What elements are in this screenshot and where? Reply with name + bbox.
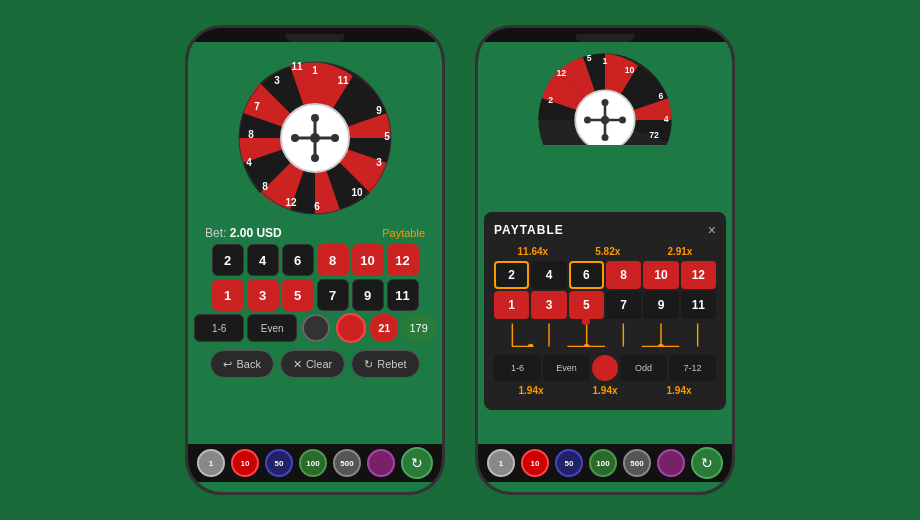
bottom-options-row: 1-6 Even 21 179 xyxy=(194,314,436,342)
option-179[interactable]: 179 xyxy=(401,314,435,342)
bet-info: Bet: 2.00 USD Paytable xyxy=(205,226,425,240)
chip-black[interactable] xyxy=(302,314,330,342)
pb-7-12[interactable]: 7-12 xyxy=(669,355,716,381)
cell-12[interactable]: 12 xyxy=(387,244,419,276)
paytable-link-left[interactable]: Paytable xyxy=(382,227,425,239)
pt-cell-1[interactable]: 1 xyxy=(494,291,529,319)
option-even[interactable]: Even xyxy=(247,314,297,342)
clear-button[interactable]: ✕ Clear xyxy=(280,350,345,378)
cell-1[interactable]: 1 xyxy=(212,279,244,311)
pt-cell-5[interactable]: 5 xyxy=(569,291,604,319)
svg-text:1: 1 xyxy=(312,65,318,76)
cell-5[interactable]: 5 xyxy=(282,279,314,311)
paytable-header: PAYTABLE × xyxy=(494,222,716,238)
svg-point-56 xyxy=(658,344,664,347)
cell-11[interactable]: 11 xyxy=(387,279,419,311)
svg-text:12: 12 xyxy=(556,68,566,78)
cell-4[interactable]: 4 xyxy=(247,244,279,276)
paytable-mults-bottom: 1.94x 1.94x 1.94x xyxy=(494,385,716,396)
paytable-close-button[interactable]: × xyxy=(708,222,716,238)
rebet-icon: ↻ xyxy=(364,358,373,371)
cell-3[interactable]: 3 xyxy=(247,279,279,311)
svg-text:3: 3 xyxy=(274,75,280,86)
chip-100[interactable]: 100 xyxy=(299,449,327,477)
chip-bar-right: 1 10 50 100 500 ↻ xyxy=(478,444,732,482)
pt-cell-9[interactable]: 9 xyxy=(643,291,678,319)
mult-bot-1: 1.94x xyxy=(518,385,543,396)
svg-text:11: 11 xyxy=(337,75,349,86)
svg-text:4: 4 xyxy=(246,157,252,168)
cell-2[interactable]: 2 xyxy=(212,244,244,276)
pb-red-chip[interactable] xyxy=(592,355,618,381)
chip-red-slot[interactable] xyxy=(335,314,367,342)
wheel-right-partial: 1 10 6 4 5 12 2 72 xyxy=(535,50,675,145)
cell-8[interactable]: 8 xyxy=(317,244,349,276)
svg-text:5: 5 xyxy=(384,131,390,142)
chip-r-extra[interactable] xyxy=(657,449,685,477)
cell-10[interactable]: 10 xyxy=(352,244,384,276)
svg-text:10: 10 xyxy=(351,187,363,198)
chip-500[interactable]: 500 xyxy=(333,449,361,477)
svg-text:11: 11 xyxy=(291,61,303,72)
clear-icon: ✕ xyxy=(293,358,302,371)
pt-cell-11[interactable]: 11 xyxy=(681,291,716,319)
pt-cell-2[interactable]: 2 xyxy=(494,261,529,289)
option-21[interactable]: 21 xyxy=(370,314,398,342)
phone-notch-right xyxy=(575,34,635,42)
chip-r-10[interactable]: 10 xyxy=(521,449,549,477)
chip-r-1[interactable]: 1 xyxy=(487,449,515,477)
paytable-bottom-row: 1-6 Even Odd 7-12 xyxy=(494,355,716,381)
cell-7[interactable]: 7 xyxy=(317,279,349,311)
grid-bottom-row: 1 3 5 7 9 11 xyxy=(205,279,425,311)
left-screen: 1 11 9 5 3 10 6 12 8 4 8 7 3 11 xyxy=(188,42,442,492)
mult-bot-3: 1.94x xyxy=(666,385,691,396)
chip-bar-left: 1 10 50 100 500 ↻ xyxy=(188,444,442,482)
svg-text:4: 4 xyxy=(664,114,669,124)
chip-red-large[interactable] xyxy=(336,313,366,343)
pt-cell-10[interactable]: 10 xyxy=(643,261,678,289)
svg-text:72: 72 xyxy=(649,130,659,140)
svg-text:6: 6 xyxy=(314,201,320,212)
pb-odd[interactable]: Odd xyxy=(620,355,667,381)
chip-extra[interactable] xyxy=(367,449,395,477)
option-1-6[interactable]: 1-6 xyxy=(194,314,244,342)
chip-r-500[interactable]: 500 xyxy=(623,449,651,477)
spin-button-right[interactable]: ↻ xyxy=(691,447,723,479)
chip-r-50[interactable]: 50 xyxy=(555,449,583,477)
rebet-button[interactable]: ↻ Rebet xyxy=(351,350,419,378)
svg-point-23 xyxy=(311,154,319,162)
svg-text:5: 5 xyxy=(587,53,592,63)
pb-1-6[interactable]: 1-6 xyxy=(494,355,541,381)
pt-cell-4[interactable]: 4 xyxy=(531,261,566,289)
paytable-mults-top: 11.64x 5.82x 2.91x xyxy=(494,246,716,257)
betting-grid-left: 2 4 6 8 10 12 1 3 5 7 9 11 xyxy=(205,244,425,314)
spin-button-left[interactable]: ↻ xyxy=(401,447,433,479)
svg-text:1: 1 xyxy=(603,56,608,66)
pt-cell-8[interactable]: 8 xyxy=(606,261,641,289)
svg-point-24 xyxy=(291,134,299,142)
clear-label: Clear xyxy=(306,358,332,370)
pt-cell-3[interactable]: 3 xyxy=(531,291,566,319)
action-buttons: ↩ Back ✕ Clear ↻ Rebet xyxy=(210,350,419,378)
back-button[interactable]: ↩ Back xyxy=(210,350,273,378)
svg-point-36 xyxy=(619,117,626,124)
pt-cell-6[interactable]: 6 xyxy=(569,261,604,289)
svg-text:8: 8 xyxy=(248,129,254,140)
phones-container: 1 11 9 5 3 10 6 12 8 4 8 7 3 11 xyxy=(185,25,735,495)
chip-black-slot[interactable] xyxy=(300,314,332,342)
chip-50[interactable]: 50 xyxy=(265,449,293,477)
chip-r-100[interactable]: 100 xyxy=(589,449,617,477)
svg-point-25 xyxy=(331,134,339,142)
chip-10[interactable]: 10 xyxy=(231,449,259,477)
pt-cell-7[interactable]: 7 xyxy=(606,291,641,319)
cell-9[interactable]: 9 xyxy=(352,279,384,311)
bet-label: Bet: 2.00 USD xyxy=(205,226,282,240)
pt-cell-12[interactable]: 12 xyxy=(681,261,716,289)
cell-6[interactable]: 6 xyxy=(282,244,314,276)
mult-5: 5.82x xyxy=(595,246,620,257)
chip-1[interactable]: 1 xyxy=(197,449,225,477)
paytable-grid: 2 4 6 8 10 12 1 3 5 7 9 11 xyxy=(494,261,716,319)
pb-even[interactable]: Even xyxy=(543,355,590,381)
wheel-left: 1 11 9 5 3 10 6 12 8 4 8 7 3 11 xyxy=(235,58,395,218)
left-phone: 1 11 9 5 3 10 6 12 8 4 8 7 3 11 xyxy=(185,25,445,495)
